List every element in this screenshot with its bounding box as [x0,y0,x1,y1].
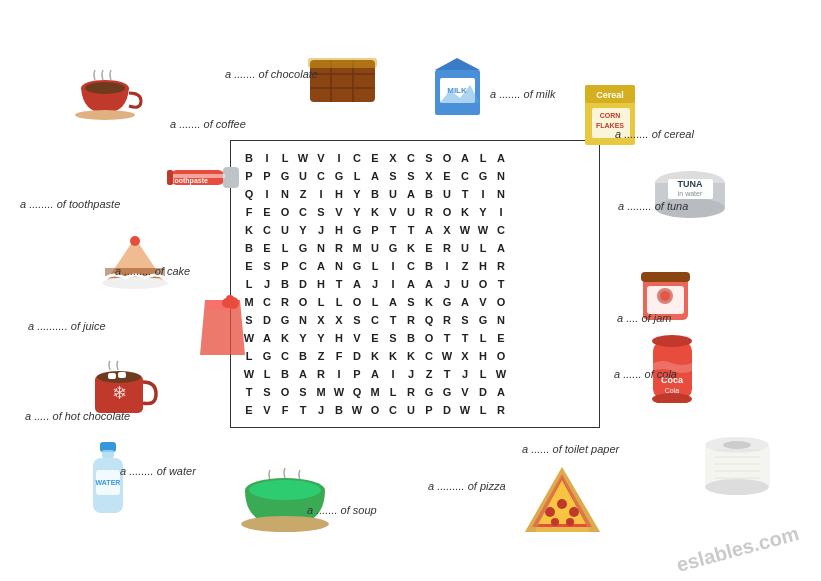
grid-cell: G [421,383,439,401]
grid-cell: X [439,221,457,239]
grid-cell: L [475,149,493,167]
grid-cell: T [493,275,511,293]
grid-cell: K [277,329,295,347]
grid-cell: G [439,383,457,401]
grid-cell: C [457,167,475,185]
grid-cell: Y [295,221,313,239]
svg-rect-53 [108,373,116,379]
grid-cell: V [475,293,493,311]
grid-cell: B [367,185,385,203]
grid-cell: Y [295,329,313,347]
grid-cell: T [439,329,457,347]
grid-cell: C [313,167,331,185]
grid-cell: O [349,293,367,311]
grid-cell: O [421,329,439,347]
grid-cell: R [331,239,349,257]
grid-cell: S [259,383,277,401]
svg-rect-2 [80,115,130,118]
svg-point-76 [557,499,567,509]
grid-cell: I [313,185,331,203]
grid-cell: U [457,275,475,293]
grid-cell: G [475,167,493,185]
grid-cell: L [475,329,493,347]
milk-carton-image: MILK [430,50,485,115]
grid-cell: X [421,167,439,185]
grid-cell: S [421,149,439,167]
grid-cell: N [493,311,511,329]
grid-cell: R [439,311,457,329]
grid-cell: L [367,293,385,311]
grid-cell: K [367,203,385,221]
grid-cell: L [241,275,259,293]
soup-bowl-image [240,468,320,528]
grid-cell: B [421,185,439,203]
soup-label: a ....... of soup [307,504,377,516]
grid-cell: T [385,311,403,329]
grid-cell: X [385,149,403,167]
chocolate-label: a ....... of chocolate [225,68,318,80]
svg-rect-54 [118,372,126,378]
grid-cell: U [367,239,385,257]
grid-cell: C [403,257,421,275]
grid-cell: A [403,275,421,293]
grid-cell: K [457,203,475,221]
grid-cell: B [331,401,349,419]
grid-cell: H [331,185,349,203]
grid-cell: A [313,257,331,275]
grid-cell: K [241,221,259,239]
grid-cell: A [349,275,367,293]
grid-cell: O [295,293,313,311]
grid-cell: C [295,257,313,275]
grid-cell: A [493,149,511,167]
grid-cell: F [241,203,259,221]
grid-cell: J [457,365,475,383]
tuna-label: a ........ of tuna [618,200,688,212]
grid-cell: B [421,257,439,275]
grid-cell: Y [475,203,493,221]
grid-cell: Z [313,347,331,365]
svg-point-70 [249,480,321,500]
grid-cell: I [493,203,511,221]
grid-cell: Q [349,383,367,401]
svg-point-41 [660,291,670,301]
grid-cell: D [475,383,493,401]
grid-cell: S [349,311,367,329]
grid-cell: N [277,185,295,203]
grid-cell: C [421,347,439,365]
cola-image: Coca Cola [645,333,700,398]
grid-cell: S [313,203,331,221]
svg-point-78 [551,518,559,526]
grid-cell: P [421,401,439,419]
grid-cell: R [421,203,439,221]
grid-cell: T [295,401,313,419]
grid-cell: X [313,311,331,329]
svg-text:TUNA: TUNA [678,179,703,189]
grid-cell: L [277,149,295,167]
grid-cell: C [277,347,295,365]
grid-cell: I [475,185,493,203]
grid-cell: H [475,257,493,275]
grid-cell: L [367,257,385,275]
grid-cell: B [295,347,313,365]
hotchoc-image: ❄ [90,360,155,415]
svg-point-58 [723,441,751,449]
grid-cell: K [421,293,439,311]
grid-cell: W [331,383,349,401]
svg-point-77 [569,507,579,517]
grid-cell: W [475,221,493,239]
grid-cell: G [295,239,313,257]
grid-cell: V [349,329,367,347]
chocolate-image [305,55,380,110]
grid-cell: C [259,293,277,311]
grid-cell: I [331,149,349,167]
grid-cell: J [259,275,277,293]
svg-text:in water: in water [678,190,703,197]
grid-cell: C [385,401,403,419]
grid-cell: O [439,203,457,221]
grid-cell: A [295,365,313,383]
grid-cell: I [259,149,277,167]
svg-point-79 [566,518,574,526]
cola-label: a ...... of cola [614,368,677,380]
grid-cell: I [385,257,403,275]
grid-cell: L [385,383,403,401]
